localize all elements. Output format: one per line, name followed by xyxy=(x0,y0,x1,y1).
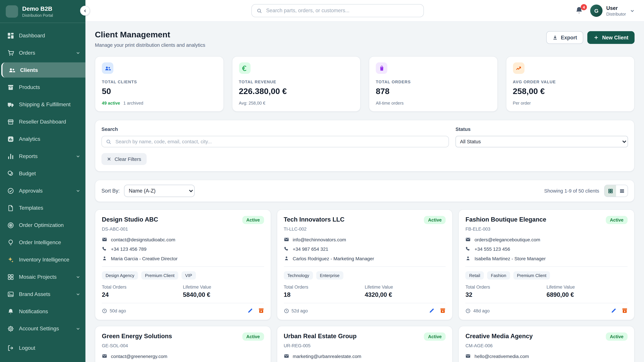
stat-card-total-orders: TOTAL ORDERS 878 All-time orders xyxy=(369,56,498,112)
sidebar-item-label: Notifications xyxy=(19,308,48,314)
client-search-box xyxy=(102,136,449,147)
stat-label: TOTAL ORDERS xyxy=(376,80,490,84)
sidebar-item-reseller-dashboard[interactable]: Reseller Dashboard xyxy=(0,114,85,129)
tag: Premium Client xyxy=(142,271,178,280)
grid-icon xyxy=(8,274,14,280)
edit-icon[interactable] xyxy=(247,308,253,314)
total-orders-value: 32 xyxy=(466,291,546,298)
client-phone-row: +34 123 456 789 xyxy=(102,246,264,252)
client-contact-person: Carlos Rodriguez - Marketing Manager xyxy=(293,256,374,261)
list-view-button[interactable] xyxy=(616,185,628,197)
status-badge: Active xyxy=(424,216,446,224)
trending-up-icon xyxy=(515,65,522,71)
chevron-down-icon xyxy=(76,50,80,55)
stat-subtext: All-time orders xyxy=(376,100,490,105)
status-filter-label: Status xyxy=(456,126,628,132)
truck-icon xyxy=(8,101,14,108)
sidebar-item-templates[interactable]: Templates xyxy=(0,200,85,216)
sort-select[interactable]: Name (A-Z) xyxy=(124,185,195,197)
lifetime-value-label: Lifetime Value xyxy=(365,284,446,289)
sidebar-item-products[interactable]: Products xyxy=(0,80,85,95)
client-card[interactable]: Fashion Boutique Elegance Active FB-ELE-… xyxy=(458,209,634,320)
notifications-button[interactable]: 4 xyxy=(575,6,584,15)
logout-icon xyxy=(8,345,14,351)
client-card[interactable]: Design Studio ABC Active DS-ABC-001 cont… xyxy=(95,209,271,320)
tag: Fashion xyxy=(487,271,510,280)
download-icon xyxy=(552,35,558,40)
sidebar-item-clients[interactable]: Clients xyxy=(1,62,85,78)
sidebar-item-mosaic-projects[interactable]: Mosaic Projects xyxy=(0,269,85,285)
client-card[interactable]: Tech Innovators LLC Active TI-LLC-002 in… xyxy=(277,209,453,320)
client-email-row: info@techinnovators.com xyxy=(284,237,446,242)
client-card[interactable]: Creative Media Agency Active CM-AGE-006 … xyxy=(458,326,634,362)
client-card[interactable]: Urban Real Estate Group Active UR-REG-00… xyxy=(277,326,453,362)
sidebar-item-account-settings[interactable]: Account Settings xyxy=(0,321,85,336)
archive-icon[interactable] xyxy=(440,308,446,314)
client-card[interactable]: Green Energy Solutions Active GE-SOL-004… xyxy=(95,326,271,362)
person-icon xyxy=(466,256,471,261)
global-search-input[interactable] xyxy=(265,7,418,14)
mail-icon xyxy=(284,237,289,242)
status-select[interactable]: All Status xyxy=(456,136,628,147)
sidebar-item-dashboard[interactable]: Dashboard xyxy=(0,28,85,43)
chevron-down-icon xyxy=(76,154,80,159)
archive-icon[interactable] xyxy=(258,308,264,314)
client-phone-row: +34 987 654 321 xyxy=(284,246,446,252)
export-label: Export xyxy=(561,35,577,40)
cart-icon xyxy=(8,49,14,56)
mail-icon xyxy=(284,354,289,359)
export-button[interactable]: Export xyxy=(546,31,583,44)
client-email: marketing@urbanrealestate.com xyxy=(293,354,361,359)
sidebar-item-budget[interactable]: Budget xyxy=(0,166,85,181)
status-badge: Active xyxy=(606,333,628,341)
sidebar-item-approvals[interactable]: Approvals xyxy=(0,183,85,198)
client-tags: Retail Fashion Premium Client xyxy=(466,271,628,280)
clear-filters-label: Clear Filters xyxy=(114,156,141,162)
stat-subtext: 49 active 1 archived xyxy=(102,100,216,105)
person-icon xyxy=(102,256,107,261)
edit-icon[interactable] xyxy=(429,308,435,314)
page-subtitle: Manage your print distribution clients a… xyxy=(95,42,205,48)
bar-chart-icon xyxy=(8,153,14,159)
sidebar-item-inventory-intelligence[interactable]: Inventory Intelligence xyxy=(0,252,85,267)
user-menu[interactable]: G User Distributor xyxy=(590,4,635,17)
client-search-input[interactable] xyxy=(114,138,444,145)
tag: Technology xyxy=(284,271,313,280)
new-client-button[interactable]: New Client xyxy=(587,31,634,44)
sidebar-item-shipping[interactable]: Shipping & Fulfillment xyxy=(0,97,85,112)
sidebar-item-logout[interactable]: Logout xyxy=(0,340,85,356)
users-icon xyxy=(104,65,111,71)
sidebar-item-reports[interactable]: Reports xyxy=(0,149,85,164)
edit-icon[interactable] xyxy=(611,308,616,314)
sidebar-collapse-button[interactable] xyxy=(80,6,90,15)
clients-stat-icon-box xyxy=(102,62,113,74)
list-view-icon xyxy=(619,188,624,194)
archive-icon[interactable] xyxy=(622,308,628,314)
store-icon xyxy=(8,118,14,125)
lightbulb-icon xyxy=(8,239,14,246)
sort-by-label: Sort By: xyxy=(102,188,120,194)
clear-filters-button[interactable]: Clear Filters xyxy=(102,153,146,165)
chevron-down-icon xyxy=(76,274,80,279)
total-orders-value: 24 xyxy=(102,291,183,298)
tag: Retail xyxy=(466,271,484,280)
sidebar-item-label: Dashboard xyxy=(19,32,45,38)
sidebar-item-notifications[interactable]: Notifications xyxy=(0,304,85,319)
grid-view-icon xyxy=(608,188,613,194)
sidebar-item-orders[interactable]: Orders xyxy=(0,45,85,60)
page-header: Client Management Manage your print dist… xyxy=(95,30,634,48)
sidebar-item-label: Order Intelligence xyxy=(19,239,61,246)
sidebar-item-brand-assets[interactable]: Brand Assets xyxy=(0,286,85,302)
target-icon xyxy=(8,222,14,228)
grid-view-button[interactable] xyxy=(604,185,616,197)
stat-label: AVG ORDER VALUE xyxy=(513,80,628,84)
stat-value: 878 xyxy=(376,87,490,96)
sidebar-item-label: Mosaic Projects xyxy=(19,274,57,280)
sparkles-icon xyxy=(8,256,14,263)
sidebar-item-order-optimization[interactable]: Order Optimization xyxy=(0,218,85,233)
stat-card-avg-order-value: AVG ORDER VALUE 258,00 € Per order xyxy=(506,56,634,112)
sidebar-item-order-intelligence[interactable]: Order Intelligence xyxy=(0,235,85,250)
search-icon xyxy=(257,8,262,13)
sidebar-item-analytics[interactable]: Analytics xyxy=(0,131,85,147)
analytics-icon xyxy=(8,136,14,142)
